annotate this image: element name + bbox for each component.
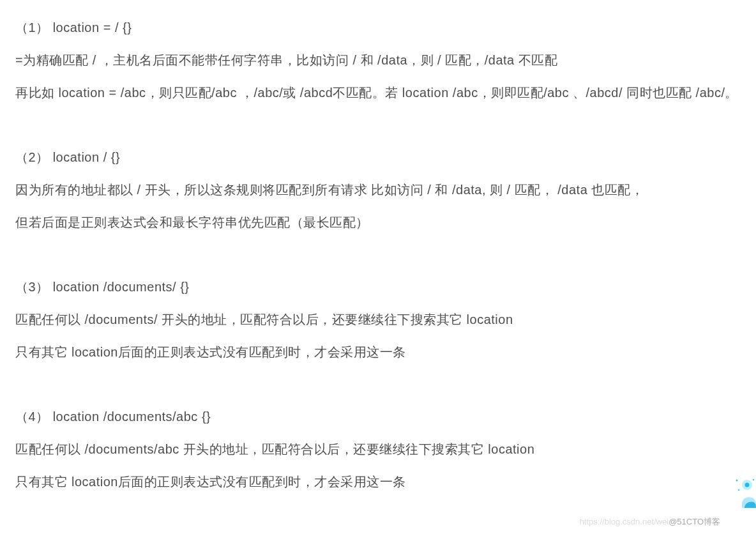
document-body: （1） location = / {} =为精确匹配 / ，主机名后面不能带任何… <box>15 11 741 498</box>
watermark-url: https://blog.csdn.net/wei <box>580 517 669 526</box>
section-4-line-3: 只有其它 location后面的正则表达式没有匹配到时，才会采用这一条 <box>15 466 741 498</box>
svg-point-1 <box>745 483 750 487</box>
section-1-line-2: =为精确匹配 / ，主机名后面不能带任何字符串，比如访问 / 和 /data，则… <box>15 44 741 77</box>
svg-point-3 <box>753 479 754 480</box>
section-2-line-1: （2） location / {} <box>15 141 741 174</box>
section-2-line-3: 但若后面是正则表达式会和最长字符串优先匹配（最长匹配） <box>15 206 741 239</box>
watermark: https://blog.csdn.net/wei@51CTO博客 <box>580 511 720 532</box>
section-2-line-2: 因为所有的地址都以 / 开头，所以这条规则将匹配到所有请求 比如访问 / 和 /… <box>15 174 741 206</box>
section-1-line-3: 再比如 location = /abc，则只匹配/abc ，/abc/或 /ab… <box>15 77 741 109</box>
section-3-line-1: （3） location /documents/ {} <box>15 271 741 303</box>
section-3-line-2: 匹配任何以 /documents/ 开头的地址，匹配符合以后，还要继续往下搜索其… <box>15 303 741 336</box>
section-separator <box>15 109 741 141</box>
section-4-line-2: 匹配任何以 /documents/abc 开头的地址，匹配符合以后，还要继续往下… <box>15 433 741 466</box>
section-3-line-3: 只有其它 location后面的正则表达式没有匹配到时，才会采用这一条 <box>15 336 741 369</box>
section-separator <box>15 369 741 401</box>
section-4-line-1: （4） location /documents/abc {} <box>15 401 741 433</box>
section-1-line-1: （1） location = / {} <box>15 11 741 44</box>
svg-point-0 <box>742 480 752 490</box>
watermark-handle: @51CTO博客 <box>669 517 720 526</box>
section-separator <box>15 239 741 271</box>
